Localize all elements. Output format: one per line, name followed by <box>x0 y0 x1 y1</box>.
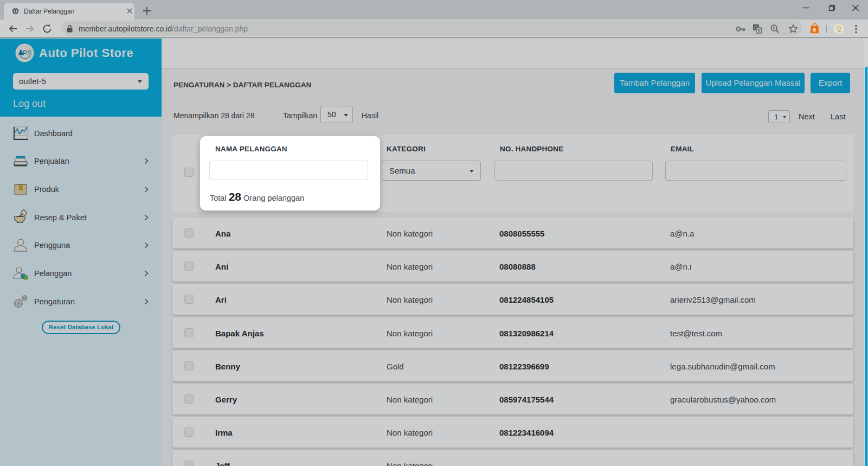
svg-text:a: a <box>813 26 816 33</box>
